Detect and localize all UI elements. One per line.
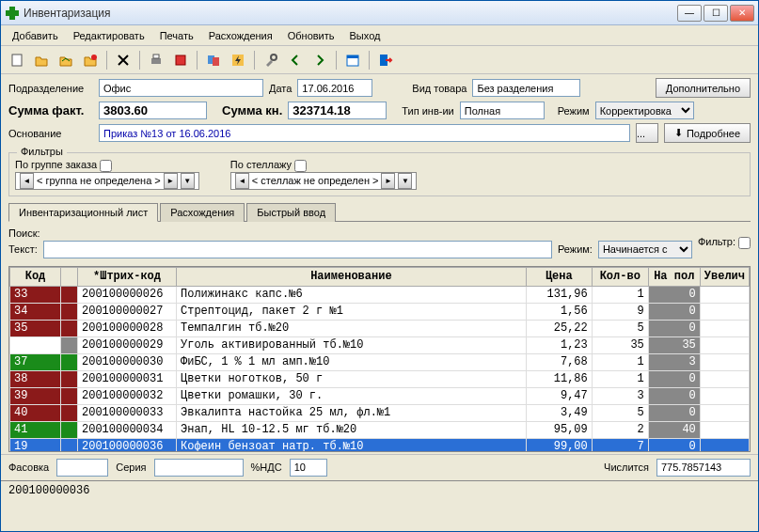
menu-diffs[interactable]: Расхождения — [201, 28, 280, 43]
cell-qty: 3 — [592, 387, 648, 404]
mode-select[interactable]: Корректировка — [595, 102, 694, 119]
menu-edit[interactable]: Редактировать — [66, 28, 152, 43]
minimize-button[interactable]: — — [677, 5, 702, 22]
cell-price: 11,86 — [526, 370, 592, 387]
table-row[interactable]: 35200100000028Темпалгин тб.№2025,2250 — [10, 320, 750, 336]
table-row[interactable]: 34200100000027Стрептоцид, пакет 2 г №11,… — [10, 303, 750, 320]
table-row[interactable]: 36200100000029Уголь активированный тб.№1… — [10, 336, 750, 353]
cell-qty: 1 — [592, 286, 648, 303]
sumkn-input[interactable] — [288, 102, 387, 119]
delete-icon[interactable] — [113, 50, 134, 70]
sumfact-label: Сумма факт. — [8, 103, 93, 117]
table-row[interactable]: 19200100000036Кофеин бензоат натр. тб.№1… — [10, 438, 750, 452]
cell-code: 39 — [10, 387, 61, 404]
tab-diffs[interactable]: Расхождения — [160, 203, 245, 222]
series-input[interactable] — [154, 459, 244, 477]
chevron-down-icon[interactable]: ▼ — [398, 173, 412, 189]
search-input[interactable] — [43, 241, 552, 258]
cell-name: Стрептоцид, пакет 2 г №1 — [177, 303, 527, 320]
menu-print[interactable]: Печать — [152, 28, 201, 43]
svg-rect-2 — [12, 55, 22, 66]
open2-icon[interactable] — [55, 50, 76, 70]
table-row[interactable]: 38200100000031Цветки ноготков, 50 г11,86… — [10, 370, 750, 387]
window-title: Инвентаризация — [24, 7, 677, 20]
basis-input[interactable] — [99, 124, 630, 142]
book-icon[interactable] — [170, 50, 191, 70]
col-napol[interactable]: На пол — [648, 267, 700, 286]
prev-icon[interactable] — [285, 50, 306, 70]
col-name[interactable]: Наименование — [177, 267, 527, 286]
more-button[interactable]: ⬇Подробнее — [664, 123, 751, 143]
chevron-right-icon[interactable]: ► — [381, 173, 395, 189]
cell-name: Уголь активированный тб.№10 — [177, 336, 527, 353]
goodstype-input[interactable] — [472, 79, 580, 97]
menu-exit[interactable]: Выход — [342, 28, 388, 43]
calendar-icon[interactable] — [342, 50, 363, 70]
cell-qty: 7 — [592, 438, 648, 452]
table-row[interactable]: 33200100000026Полижинакс капс.№6131,9610 — [10, 286, 750, 303]
col-uvel[interactable]: Увелич — [700, 267, 749, 286]
table-row[interactable]: 39200100000032Цветки ромашки, 30 г.9,473… — [10, 387, 750, 404]
cell-napol: 0 — [648, 370, 700, 387]
chevron-left-icon[interactable]: ◄ — [20, 173, 34, 189]
extra-button[interactable]: Дополнительно — [656, 78, 751, 98]
basis-browse-button[interactable]: ... — [636, 123, 658, 143]
chevron-down-icon[interactable]: ▼ — [181, 173, 195, 189]
cell-napol: 3 — [648, 353, 700, 370]
byrack-checkbox[interactable] — [294, 160, 307, 172]
cell-uvel — [700, 286, 749, 303]
chevron-left-icon[interactable]: ◄ — [235, 173, 249, 189]
pack-input[interactable] — [56, 459, 108, 477]
cards-icon[interactable] — [203, 50, 224, 70]
search-mode-select[interactable]: Начинается с — [598, 241, 692, 258]
filter-checkbox[interactable] — [738, 237, 751, 249]
footer-row: Фасовка Серия %НДС Числится — [1, 454, 758, 480]
tab-inventory-sheet[interactable]: Инвентаризационный лист — [8, 203, 158, 222]
open-icon[interactable] — [31, 50, 52, 70]
data-grid[interactable]: Код *Штрих-код Наименование Цена Кол-во … — [8, 266, 751, 452]
cell-uvel — [700, 421, 749, 438]
print-icon[interactable] — [146, 50, 166, 70]
subdiv-input[interactable] — [99, 79, 263, 97]
menu-refresh[interactable]: Обновить — [280, 28, 342, 43]
close-button[interactable]: ✕ — [730, 5, 754, 22]
col-code[interactable]: Код — [10, 267, 61, 286]
sumfact-input[interactable] — [99, 102, 207, 119]
col-price[interactable]: Цена — [526, 267, 592, 286]
col-qty[interactable]: Кол-во — [592, 267, 648, 286]
cell-price: 9,47 — [526, 387, 592, 404]
col-barcode[interactable]: *Штрих-код — [78, 267, 177, 286]
cell-indicator — [61, 286, 78, 303]
bygroup-checkbox[interactable] — [100, 160, 112, 172]
chevron-right-icon[interactable]: ► — [164, 173, 178, 189]
flash-icon[interactable] — [228, 50, 248, 70]
new-icon[interactable] — [7, 50, 27, 70]
tab-quick-entry[interactable]: Быстрый ввод — [246, 203, 336, 222]
cell-name: Полижинакс капс.№6 — [177, 286, 527, 303]
menu-add[interactable]: Добавить — [5, 28, 66, 43]
date-input[interactable] — [297, 79, 372, 97]
invtype-input[interactable] — [460, 102, 545, 119]
cell-qty: 9 — [592, 303, 648, 320]
table-row[interactable]: 41200100000034Энап, HL 10-12.5 мг тб.№20… — [10, 421, 750, 438]
listed-input[interactable] — [656, 459, 751, 477]
svg-rect-1 — [6, 10, 19, 16]
next-icon[interactable] — [309, 50, 330, 70]
cell-indicator — [61, 438, 78, 452]
cell-barcode: 200100000032 — [78, 387, 177, 404]
edit-folder-icon[interactable] — [80, 50, 101, 70]
col-indicator[interactable] — [61, 267, 78, 286]
cell-code: 19 — [10, 438, 61, 452]
maximize-button[interactable]: ☐ — [704, 5, 728, 22]
exit-icon[interactable] — [375, 50, 396, 70]
cell-name: ФиБС, 1 % 1 мл амп.№10 — [177, 353, 527, 370]
svg-rect-6 — [176, 55, 185, 65]
nds-input[interactable] — [290, 459, 327, 477]
group-select[interactable]: ◄ < группа не определена > ► ▼ — [15, 172, 199, 190]
table-header-row: Код *Штрих-код Наименование Цена Кол-во … — [10, 267, 750, 286]
rack-select[interactable]: ◄ < стеллаж не определен > ► ▼ — [230, 172, 418, 190]
table-row[interactable]: 37200100000030ФиБС, 1 % 1 мл амп.№107,68… — [10, 353, 750, 370]
cell-uvel — [700, 387, 749, 404]
tools-icon[interactable] — [261, 50, 281, 70]
table-row[interactable]: 40200100000033Эвкалипта настойка 25 мл, … — [10, 404, 750, 421]
